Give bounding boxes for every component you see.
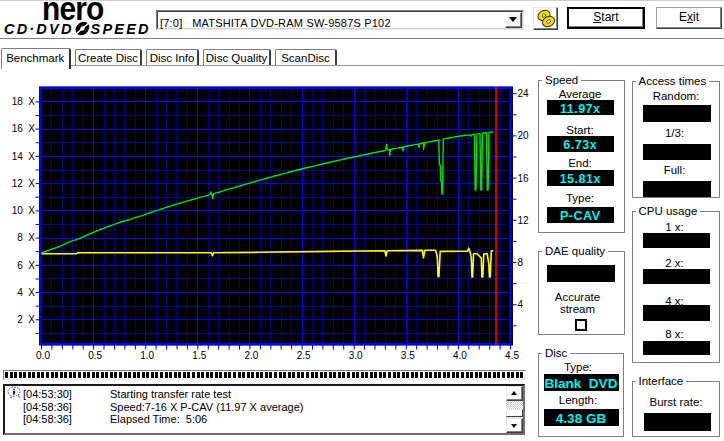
svg-text:4: 4 <box>518 299 524 310</box>
svg-text:4 X: 4 X <box>17 287 35 298</box>
svg-text:6 X: 6 X <box>17 260 35 271</box>
svg-text:20: 20 <box>518 130 530 141</box>
svg-text:2.0: 2.0 <box>244 350 258 361</box>
svg-text:1.0: 1.0 <box>140 350 154 361</box>
svg-text:4.0: 4.0 <box>453 350 467 361</box>
svg-text:16: 16 <box>518 173 530 184</box>
svg-text:14 X: 14 X <box>12 151 36 162</box>
svg-text:3.0: 3.0 <box>349 350 363 361</box>
svg-text:3.5: 3.5 <box>401 350 415 361</box>
svg-text:2 X: 2 X <box>17 314 35 325</box>
svg-text:2.5: 2.5 <box>297 350 311 361</box>
svg-text:16 X: 16 X <box>12 123 36 134</box>
svg-text:12 X: 12 X <box>12 178 36 189</box>
svg-text:1.5: 1.5 <box>192 350 206 361</box>
svg-text:12: 12 <box>518 215 530 226</box>
svg-text:24: 24 <box>518 88 530 99</box>
svg-text:0.0: 0.0 <box>36 350 50 361</box>
svg-text:18 X: 18 X <box>12 96 36 107</box>
svg-text:0.5: 0.5 <box>88 350 102 361</box>
svg-text:4.5: 4.5 <box>505 350 519 361</box>
svg-text:8: 8 <box>518 257 524 268</box>
svg-text:8 X: 8 X <box>17 232 35 243</box>
svg-text:10 X: 10 X <box>12 205 36 216</box>
